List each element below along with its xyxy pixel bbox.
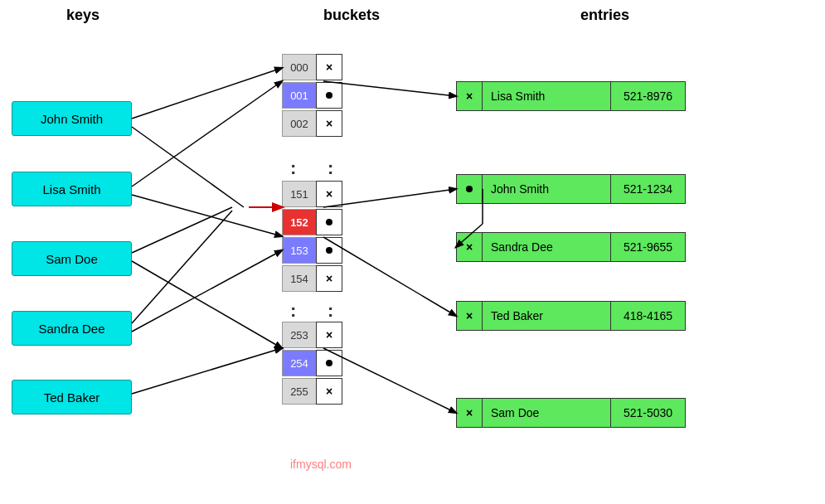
entry-ted-baker: × Ted Baker 418-4165 (456, 301, 686, 331)
key-sandra-dee: Sandra Dee (12, 311, 132, 346)
bucket-002: 002 (282, 110, 317, 137)
svg-line-0 (132, 68, 282, 119)
colon-2: : (290, 300, 296, 322)
entry-ted-name: Ted Baker (483, 301, 611, 331)
bucket-253: 253 (282, 322, 317, 348)
bucket-152: 152 (282, 209, 317, 235)
svg-line-14 (323, 237, 456, 316)
bucket-group-1: 000 × 001 002 × (282, 54, 342, 137)
entry-sam-doe: × Sam Doe 521-5030 (456, 398, 686, 428)
bucket-group-2: 151 × 152 153 154 × (282, 181, 342, 292)
svg-line-5 (132, 261, 282, 348)
bucket-152-cell (316, 209, 342, 235)
entry-sandra-symbol: × (456, 232, 483, 262)
entry-john-symbol (456, 174, 483, 204)
svg-line-8 (132, 348, 282, 394)
entry-sandra-dee: × Sandra Dee 521-9655 (456, 232, 686, 262)
entry-ted-phone: 418-4165 (611, 301, 686, 331)
entry-sandra-name: Sandra Dee (483, 232, 611, 262)
entry-john-name: John Smith (483, 174, 611, 204)
bucket-000-cell: × (316, 54, 342, 80)
key-sam-doe: Sam Doe (12, 241, 132, 276)
bucket-151-cell: × (316, 181, 342, 207)
svg-line-15 (323, 348, 456, 413)
svg-line-6 (132, 211, 232, 323)
svg-line-11 (323, 189, 456, 207)
entry-sam-phone: 521-5030 (611, 398, 686, 428)
bucket-001-cell (316, 82, 342, 109)
bucket-002-cell: × (316, 110, 342, 137)
header-keys: keys (66, 7, 99, 24)
header-entries: entries (580, 7, 629, 24)
svg-line-1 (132, 127, 244, 207)
watermark: ifmysql.com (290, 458, 352, 471)
svg-line-3 (132, 195, 282, 236)
bucket-153: 153 (282, 237, 317, 264)
bucket-000: 000 (282, 54, 317, 80)
header-buckets: buckets (323, 7, 380, 24)
entry-lisa-phone: 521-8976 (611, 81, 686, 111)
bucket-255: 255 (282, 378, 317, 405)
entry-lisa-name: Lisa Smith (483, 81, 611, 111)
bucket-154-cell: × (316, 265, 342, 292)
bucket-255-cell: × (316, 378, 342, 405)
svg-line-10 (323, 81, 456, 96)
entry-sandra-phone: 521-9655 (611, 232, 686, 262)
colon-1b: : (328, 158, 333, 179)
colon-1: : (290, 158, 296, 179)
bucket-154: 154 (282, 265, 317, 292)
entry-lisa-symbol: × (456, 81, 483, 111)
entry-john-phone: 521-1234 (611, 174, 686, 204)
colon-2b: : (328, 300, 333, 322)
entry-lisa-smith: × Lisa Smith 521-8976 (456, 81, 686, 111)
svg-line-2 (132, 81, 282, 187)
bucket-group-3: 253 × 254 255 × (282, 322, 342, 405)
key-john-smith: John Smith (12, 101, 132, 136)
bucket-254: 254 (282, 350, 317, 376)
key-ted-baker: Ted Baker (12, 380, 132, 414)
svg-line-4 (132, 207, 232, 253)
entry-john-smith: John Smith 521-1234 (456, 174, 686, 204)
entry-ted-symbol: × (456, 301, 483, 331)
entry-sam-symbol: × (456, 398, 483, 428)
bucket-253-cell: × (316, 322, 342, 348)
bucket-001: 001 (282, 82, 317, 109)
svg-line-7 (132, 250, 282, 332)
entry-sam-name: Sam Doe (483, 398, 611, 428)
bucket-151: 151 (282, 181, 317, 207)
bucket-153-cell (316, 237, 342, 264)
diagram: keys buckets entries John Smith Lisa Smi… (0, 0, 825, 504)
key-lisa-smith: Lisa Smith (12, 172, 132, 206)
bucket-254-cell (316, 350, 342, 376)
